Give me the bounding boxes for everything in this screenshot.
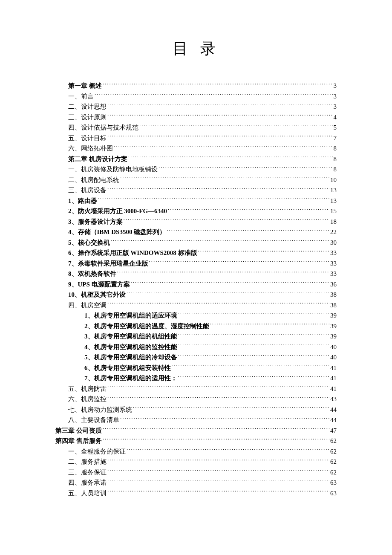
toc-entry-page: 62 — [330, 436, 337, 446]
toc-entry-label: 5、核心交换机 — [68, 237, 110, 248]
toc-entry-page: 43 — [330, 394, 337, 405]
toc-entry: 7、机房专用空调机组的适用性：41 — [55, 373, 337, 384]
toc-leader-dots — [168, 207, 329, 213]
toc-entry: 四、服务承诺63 — [55, 477, 337, 488]
toc-entry-page: 15 — [330, 206, 337, 217]
toc-entry-page: 44 — [330, 405, 337, 415]
toc-entry-page: 4 — [334, 112, 337, 123]
toc-entry: 4、机房专用空调机组的监控性能40 — [55, 342, 337, 353]
toc-leader-dots — [127, 447, 329, 454]
toc-entry-label: 1、路由器 — [68, 196, 97, 206]
toc-entry-page: 62 — [330, 467, 337, 478]
toc-entry: 三、设计原则4 — [55, 112, 337, 123]
toc-entry-page: 40 — [330, 342, 337, 353]
toc-entry: 四、机房空调38 — [55, 300, 337, 311]
toc-entry-label: 五、人员培训 — [68, 488, 107, 499]
toc-entry-label: 四、服务承诺 — [68, 477, 107, 488]
toc-entry: 二、服务措施62 — [55, 457, 337, 467]
toc-entry-page: 22 — [330, 227, 337, 237]
toc-entry: 3、服务器设计方案18 — [55, 217, 337, 227]
toc-leader-dots — [103, 426, 329, 433]
toc-entry: 6、机房专用空调机组安装特性41 — [55, 363, 337, 373]
toc-leader-dots — [107, 134, 333, 140]
toc-entry-label: 二、机房配电系统 — [68, 175, 119, 185]
toc-entry: 5、核心交换机30 — [55, 237, 337, 248]
toc-container: 第一章 概述3一、前言3二、设计思想3三、设计原则4四、设计依据与技术规范5五、… — [55, 81, 337, 498]
toc-entry-page: 8 — [334, 143, 337, 154]
toc-entry: 八、主要设备清单44 — [55, 415, 337, 425]
toc-leader-dots — [167, 228, 329, 234]
toc-entry: 第一章 概述3 — [55, 81, 337, 91]
toc-leader-dots — [111, 238, 330, 245]
toc-entry-page: 33 — [330, 258, 337, 269]
toc-entry-page: 5 — [334, 122, 337, 133]
toc-entry-page: 13 — [330, 185, 337, 196]
toc-entry-label: 二、服务措施 — [68, 457, 107, 467]
toc-entry-page: 62 — [330, 446, 337, 457]
toc-title: 目 录 — [55, 38, 337, 59]
toc-leader-dots — [95, 92, 333, 98]
toc-entry: 6、操作系统采用正版 WINDOWS2008 标准版33 — [55, 248, 337, 258]
toc-entry-label: 第四章 售后服务 — [55, 436, 102, 446]
toc-entry: 五、设计目标7 — [55, 133, 337, 144]
toc-entry-page: 38 — [330, 300, 337, 311]
toc-entry: 2、机房专用空调机组的温度、湿度控制性能39 — [55, 321, 337, 332]
toc-entry-page: 38 — [330, 289, 337, 300]
toc-leader-dots — [178, 353, 330, 359]
toc-leader-dots — [149, 259, 330, 266]
toc-entry: 4、存储（IBM DS3500 磁盘阵列）22 — [55, 227, 337, 237]
toc-entry-label: 第一章 概述 — [68, 81, 102, 91]
toc-leader-dots — [128, 155, 333, 161]
toc-leader-dots — [107, 113, 333, 119]
toc-entry: 六、网络拓朴图8 — [55, 143, 337, 154]
toc-entry-label: 3、服务器设计方案 — [68, 217, 123, 227]
toc-entry-page: 41 — [330, 384, 337, 394]
toc-entry-label: 2、机房专用空调机组的温度、湿度控制性能 — [84, 321, 209, 332]
toc-entry-label: 6、操作系统采用正版 WINDOWS2008 标准版 — [68, 248, 197, 258]
toc-leader-dots — [120, 176, 329, 182]
toc-leader-dots — [107, 457, 329, 464]
toc-leader-dots — [178, 374, 330, 380]
toc-entry: 5、机房专用空调机组的冷却设备40 — [55, 352, 337, 363]
toc-leader-dots — [198, 249, 329, 255]
toc-leader-dots — [172, 364, 330, 370]
toc-entry-page: 30 — [330, 237, 337, 248]
toc-entry-page: 3 — [334, 81, 337, 91]
toc-leader-dots — [103, 436, 329, 443]
toc-entry: 7、杀毒软件采用瑞星企业版33 — [55, 258, 337, 269]
toc-leader-dots — [107, 186, 329, 192]
toc-entry: 2、防火墙采用方正 3000-FG—634015 — [55, 206, 337, 217]
toc-entry-page: 33 — [330, 248, 337, 258]
toc-entry-label: 四、机房空调 — [68, 300, 107, 311]
toc-entry-label: 2、防火墙采用方正 3000-FG—6340 — [68, 206, 167, 217]
toc-entry: 三、机房设备13 — [55, 185, 337, 196]
toc-entry-label: 第三章 公司资质 — [55, 425, 102, 436]
toc-entry-label: 3、机房专用空调机组的机组性能 — [84, 331, 177, 342]
toc-entry-page: 63 — [330, 477, 337, 488]
toc-entry-page: 39 — [330, 321, 337, 332]
toc-entry-page: 13 — [330, 196, 337, 206]
toc-entry: 一、全程服务的保证62 — [55, 446, 337, 457]
toc-leader-dots — [117, 269, 330, 276]
toc-entry: 二、机房配电系统10 — [55, 175, 337, 185]
toc-entry: 七、机房动力监测系统44 — [55, 405, 337, 415]
toc-entry-label: 五、机房防雷 — [68, 384, 107, 394]
toc-entry: 9、UPS 电源配置方案36 — [55, 279, 337, 290]
toc-entry: 一、机房装修及防静电地板铺设8 — [55, 164, 337, 175]
toc-entry-label: 二、设计思想 — [68, 101, 107, 112]
toc-entry-page: 18 — [330, 217, 337, 227]
toc-entry: 第二章 机房设计方案8 — [55, 154, 337, 165]
toc-entry: 三、服务保证62 — [55, 467, 337, 478]
toc-entry: 10、机柜及其它外设38 — [55, 289, 337, 300]
toc-entry: 3、机房专用空调机组的机组性能39 — [55, 331, 337, 342]
toc-entry-label: 一、全程服务的保证 — [68, 446, 126, 457]
toc-entry-label: 三、机房设备 — [68, 185, 107, 196]
toc-entry-page: 41 — [330, 363, 337, 373]
toc-entry-page: 3 — [334, 91, 337, 102]
toc-entry: 1、路由器13 — [55, 196, 337, 206]
toc-entry-page: 39 — [330, 310, 337, 321]
toc-leader-dots — [107, 489, 329, 495]
toc-leader-dots — [107, 301, 329, 307]
toc-entry-page: 7 — [334, 133, 337, 144]
toc-entry: 第四章 售后服务62 — [55, 436, 337, 446]
